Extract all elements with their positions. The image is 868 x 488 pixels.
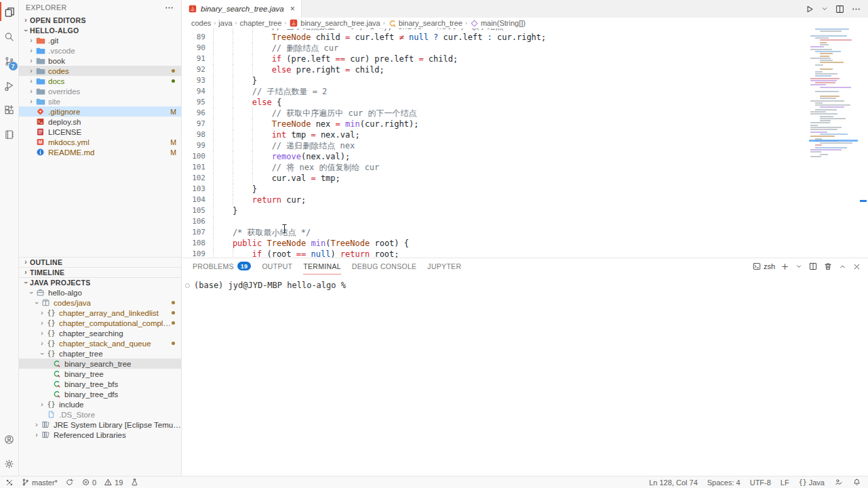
minimap[interactable] bbox=[809, 28, 858, 161]
line-number: 104 bbox=[182, 195, 213, 205]
tree-item-mkdocs-yml[interactable]: Mmkdocs.ymlM bbox=[19, 137, 181, 147]
activity-bar-item-source-control[interactable]: 7 bbox=[0, 49, 19, 73]
code-line-106: 106 bbox=[182, 216, 807, 227]
terminal[interactable]: (base) jyd@JYD-MBP hello-algo % bbox=[182, 274, 868, 290]
chevron-down-button[interactable] bbox=[795, 262, 803, 270]
chevron-down-button[interactable] bbox=[821, 5, 829, 13]
terminal-command-decoration[interactable] bbox=[185, 283, 190, 288]
section-header-open-editors[interactable]: ›OPEN EDITORS bbox=[19, 15, 181, 25]
breadcrumb-item[interactable]: codes bbox=[191, 19, 211, 27]
tree-item-chapter-computational-complexity[interactable]: ›{}chapter_computational_complexity bbox=[19, 318, 181, 328]
tree-item-docs[interactable]: ›docs bbox=[19, 76, 181, 86]
chevron-up-button[interactable] bbox=[838, 262, 847, 271]
item-label: overrides bbox=[48, 87, 80, 96]
tree-item-vscode[interactable]: ›.vscode bbox=[19, 45, 181, 56]
tree-item-chapter-tree[interactable]: ›{}chapter_tree bbox=[19, 348, 181, 359]
activity-bar-item-search[interactable] bbox=[0, 24, 19, 49]
split-button[interactable] bbox=[808, 262, 818, 271]
panel-tab-debug-console[interactable]: DEBUG CONSOLE bbox=[352, 258, 417, 274]
status-bell[interactable] bbox=[852, 478, 861, 487]
tree-item-deploy-sh[interactable]: deploy.sh bbox=[19, 117, 181, 127]
status-ln-128-col-74[interactable]: Ln 128, Col 74 bbox=[649, 479, 698, 487]
status-lf[interactable]: LF bbox=[781, 479, 789, 487]
activity-bar-item-notebook[interactable] bbox=[0, 122, 19, 146]
status-beaker[interactable] bbox=[130, 478, 139, 487]
activity-bar-item-settings-gear[interactable] bbox=[0, 451, 19, 476]
tree-item-license[interactable]: LICENSE bbox=[19, 127, 181, 137]
status-sync[interactable] bbox=[65, 478, 74, 487]
panel-tab-terminal[interactable]: TERMINAL bbox=[303, 258, 341, 274]
tree-item-binary-tree-bfs[interactable]: binary_tree_bfs bbox=[19, 379, 181, 389]
ellipsis-icon[interactable] bbox=[164, 3, 174, 13]
overview-ruler[interactable] bbox=[859, 18, 868, 258]
tree-item-overrides[interactable]: ›overrides bbox=[19, 86, 181, 96]
tab-binary-search-tree[interactable]: binary_search_tree.java × bbox=[182, 0, 302, 18]
section-header-timeline[interactable]: ›TIMELINE bbox=[19, 267, 181, 277]
tree-item-ds-store[interactable]: .DS_Store bbox=[19, 409, 181, 420]
panel-tab-output[interactable]: OUTPUT bbox=[262, 258, 292, 274]
tree-item-book[interactable]: ›book bbox=[19, 56, 181, 66]
split-editor-button[interactable] bbox=[835, 4, 845, 14]
status-java-status[interactable] bbox=[834, 478, 843, 487]
tree-item-git[interactable]: ›.git bbox=[19, 35, 181, 45]
tree-item-gitignore[interactable]: .gitignoreM bbox=[19, 106, 181, 117]
breadcrumb-item[interactable]: chapter_tree bbox=[240, 19, 282, 27]
tree-item-readme-md[interactable]: README.mdM bbox=[19, 147, 181, 157]
tree-item-codes-java[interactable]: ›codes/java bbox=[19, 298, 181, 308]
git-change-dot bbox=[172, 321, 175, 325]
tree-item-referenced-libraries[interactable]: ›Referenced Libraries bbox=[19, 430, 181, 440]
activity-bar-item-files[interactable] bbox=[0, 0, 19, 24]
folder-icon bbox=[36, 87, 45, 96]
git-change-dot bbox=[172, 79, 175, 83]
shell-icon bbox=[36, 117, 45, 126]
tree-item-codes[interactable]: ›codes bbox=[19, 66, 181, 76]
git-change-dot bbox=[172, 69, 175, 73]
activity-bar-item-extensions[interactable] bbox=[0, 98, 19, 122]
class-icon bbox=[52, 390, 61, 399]
status-utf-8[interactable]: UTF-8 bbox=[750, 479, 771, 487]
tree-item-site[interactable]: ›site bbox=[19, 96, 181, 106]
tree-item-chapter-searching[interactable]: ›{}chapter_searching bbox=[19, 328, 181, 338]
license-icon bbox=[36, 127, 45, 136]
tree-item-jre-system-library-eclipse-temurin-17-17[interactable]: ›JRE System Library [Eclipse Temurin 17 … bbox=[19, 420, 181, 430]
tree-item-binary-tree-dfs[interactable]: binary_tree_dfs bbox=[19, 389, 181, 399]
status-git-branch[interactable]: master* bbox=[21, 478, 58, 487]
status-bar: master*019 Ln 128, Col 74Spaces: 4UTF-8L… bbox=[0, 476, 868, 488]
section-header-outline[interactable]: ›OUTLINE bbox=[19, 257, 181, 267]
breadcrumb-item[interactable]: binary_search_tree.java bbox=[289, 18, 380, 28]
ellipsis-button[interactable] bbox=[851, 4, 861, 14]
run-button[interactable] bbox=[804, 4, 814, 14]
status-warning[interactable]: 19 bbox=[104, 478, 123, 487]
breadcrumb-item[interactable]: main(String[]) bbox=[470, 19, 526, 28]
breadcrumb-item[interactable]: java bbox=[218, 19, 232, 27]
section-header-hello-algo[interactable]: ›HELLO-ALGO bbox=[19, 25, 181, 35]
tree-item-chapter-stack-and-queue[interactable]: ›{}chapter_stack_and_queue bbox=[19, 338, 181, 348]
plus-button[interactable] bbox=[781, 262, 789, 271]
tree-item-binary-search-tree[interactable]: binary_search_tree bbox=[19, 359, 181, 369]
status-error[interactable]: 0 bbox=[81, 478, 96, 487]
tab-close-icon[interactable]: × bbox=[290, 4, 295, 14]
terminal-prompt: (base) jyd@JYD-MBP hello-algo % bbox=[194, 281, 346, 290]
activity-bar-item-run-debug[interactable] bbox=[0, 73, 19, 98]
class-icon bbox=[52, 369, 61, 378]
activity-bar-item-account[interactable] bbox=[0, 427, 19, 451]
tree-item-chapter-array-and-linkedlist[interactable]: ›{}chapter_array_and_linkedlist bbox=[19, 308, 181, 318]
tree-item-binary-tree[interactable]: binary_tree bbox=[19, 369, 181, 379]
trash-button[interactable] bbox=[823, 262, 833, 271]
tree-item-hello-algo[interactable]: ›hello-algo bbox=[19, 287, 181, 298]
breadcrumb-item[interactable]: binary_search_tree bbox=[388, 19, 462, 28]
panel-tab-jupyter[interactable]: JUPYTER bbox=[427, 258, 461, 274]
status-spaces-4[interactable]: Spaces: 4 bbox=[707, 479, 741, 487]
tree-item-include[interactable]: ›{}include bbox=[19, 399, 181, 409]
gitignore-icon bbox=[36, 107, 45, 116]
terminal-shell-picker[interactable]: zsh bbox=[752, 262, 775, 271]
panel-tab-problems[interactable]: PROBLEMS19 bbox=[193, 258, 251, 274]
section-header-java-projects[interactable]: ›JAVA PROJECTS bbox=[19, 277, 181, 287]
problems-count-badge: 19 bbox=[237, 262, 252, 270]
breadcrumb: codes›java›chapter_tree›binary_search_tr… bbox=[182, 18, 868, 28]
status-remote[interactable] bbox=[5, 479, 14, 487]
braces-icon: {} bbox=[47, 319, 55, 327]
close-button[interactable] bbox=[852, 262, 861, 271]
code-editor[interactable]: 88// 当子结点数量 = 0 / 1 时, child = null / 该子… bbox=[182, 28, 807, 258]
status-braces[interactable]: {}Java bbox=[799, 479, 825, 487]
